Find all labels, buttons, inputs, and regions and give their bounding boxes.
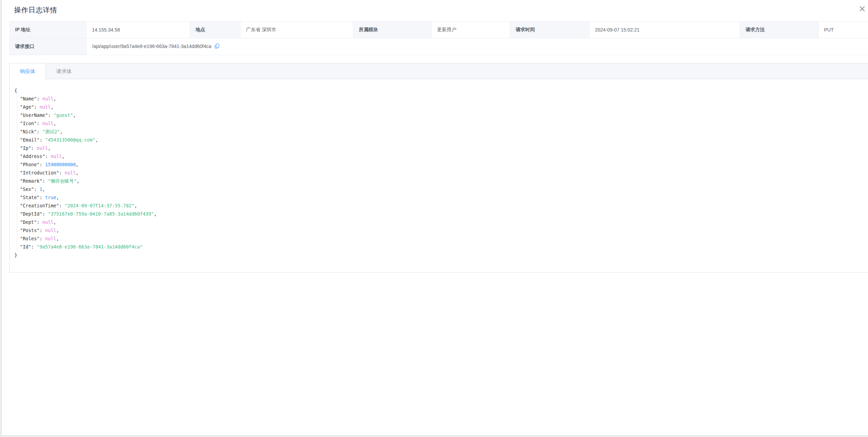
- tab-response-body[interactable]: 响应体: [10, 63, 46, 79]
- json-key: "UserName": [20, 112, 48, 118]
- json-value: "9a57a4e8-e196-663a-7841-3a14dd60f4ca": [37, 244, 143, 250]
- json-line: "UserName": "guest",: [14, 111, 868, 119]
- json-key: "Age": [20, 104, 34, 110]
- json-punct: ,: [56, 236, 59, 241]
- json-punct: [14, 203, 20, 208]
- log-detail-table: IP 地址 14.155.34.58 地点 广东省 深圳市 所属模块 更新用户 …: [9, 21, 868, 55]
- json-line: "CreationTime": "2024-09-07T14:37:55.782…: [14, 202, 868, 210]
- json-line: "DeptId": "375167e0-759a-0410-7a85-3a14d…: [14, 210, 868, 218]
- json-punct: [14, 195, 20, 200]
- json-punct: [14, 186, 20, 192]
- json-punct: ,: [54, 96, 56, 101]
- json-punct: {: [14, 88, 17, 93]
- label-ip: IP 地址: [10, 22, 86, 38]
- json-key: "Nick": [20, 129, 37, 134]
- json-key: "Roles": [20, 236, 39, 241]
- json-punct: [14, 129, 20, 134]
- label-request-time: 请求时间: [510, 22, 589, 38]
- json-punct: ,: [76, 162, 79, 167]
- json-value: null: [64, 170, 76, 175]
- json-value: null: [37, 145, 48, 151]
- body-tabs-card: 响应体 请求体 { "Name": null, "Age": null, "Us…: [9, 63, 868, 272]
- json-punct: ,: [60, 129, 63, 134]
- json-punct: [14, 228, 20, 233]
- json-key: "CreationTime": [20, 203, 59, 208]
- json-punct: [14, 137, 20, 143]
- json-line: "Id": "9a57a4e8-e196-663a-7841-3a14dd60f…: [14, 243, 868, 251]
- json-key: "Ip": [20, 145, 31, 151]
- json-punct: ,: [73, 112, 76, 118]
- json-value: null: [42, 121, 54, 126]
- tab-request-body[interactable]: 请求体: [46, 63, 82, 79]
- value-module: 更新用户: [432, 22, 510, 38]
- json-punct: [14, 162, 20, 167]
- json-punct: [14, 154, 20, 159]
- json-key: "DeptId": [20, 211, 42, 217]
- json-line: "Posts": null,: [14, 226, 868, 234]
- json-line: "Name": null,: [14, 95, 868, 103]
- json-punct: :: [34, 186, 39, 192]
- json-line: "Ip": null,: [14, 144, 868, 152]
- json-punct: :: [31, 244, 37, 250]
- json-value: "guest": [54, 112, 73, 118]
- json-key: "State": [20, 195, 39, 200]
- json-line: "Dept": null,: [14, 218, 868, 226]
- json-punct: :: [37, 121, 42, 126]
- json-key: "Introduction": [20, 170, 59, 175]
- json-punct: ,: [54, 121, 56, 126]
- close-icon[interactable]: ×: [858, 4, 866, 13]
- value-request-api: /api/app/user/9a57a4e8-e196-663a-7841-3a…: [86, 38, 868, 55]
- json-line: "Address": null,: [14, 152, 868, 160]
- json-punct: :: [48, 112, 54, 118]
- json-line: "Nick": "测试2",: [14, 128, 868, 136]
- json-value: true: [45, 195, 56, 200]
- json-value: "测试2": [42, 129, 60, 134]
- json-punct: ,: [48, 145, 51, 151]
- json-value: null: [51, 154, 62, 159]
- json-line: "Introduction": null,: [14, 169, 868, 177]
- value-location: 广东省 深圳市: [241, 22, 353, 38]
- json-punct: ,: [56, 228, 59, 233]
- value-request-method: PUT: [819, 22, 868, 38]
- json-punct: ,: [54, 219, 56, 225]
- json-line: "Icon": null,: [14, 119, 868, 128]
- page-background: { "dialog": { "title": "操作日志详情", "close_…: [0, 0, 868, 437]
- json-punct: [14, 244, 20, 250]
- json-line: }: [14, 251, 868, 259]
- json-line: "Roles": null,: [14, 234, 868, 243]
- json-line: "Remark": "懒得创账号",: [14, 177, 868, 185]
- label-module: 所属模块: [353, 22, 432, 38]
- json-punct: :: [34, 104, 39, 110]
- json-punct: :: [39, 195, 45, 200]
- json-punct: :: [39, 162, 45, 167]
- json-key: "Phone": [20, 162, 39, 167]
- json-punct: ,: [56, 195, 59, 200]
- json-line: "State": true,: [14, 193, 868, 202]
- page-title: 操作日志详情: [14, 5, 57, 15]
- table-row: IP 地址 14.155.34.58 地点 广东省 深圳市 所属模块 更新用户 …: [10, 22, 868, 38]
- json-viewer: { "Name": null, "Age": null, "UserName":…: [10, 79, 868, 259]
- json-punct: }: [14, 252, 17, 258]
- json-key: "Icon": [20, 121, 37, 126]
- json-punct: ,: [76, 170, 79, 175]
- copy-icon[interactable]: [214, 43, 220, 50]
- json-punct: :: [59, 170, 64, 175]
- json-value: "375167e0-759a-0410-7a85-3a14dd60f439": [48, 211, 154, 217]
- json-punct: [14, 219, 20, 225]
- json-punct: ,: [95, 137, 98, 143]
- json-value: null: [45, 236, 56, 241]
- json-value: "2024-09-07T14:37:55.782": [64, 203, 134, 208]
- json-key: "Email": [20, 137, 39, 143]
- json-value: "454313500@qq.com": [45, 137, 95, 143]
- json-punct: :: [37, 219, 42, 225]
- json-punct: [14, 121, 20, 126]
- json-punct: ,: [77, 178, 79, 184]
- json-punct: :: [39, 236, 45, 241]
- json-punct: :: [31, 145, 37, 151]
- json-value: null: [45, 228, 56, 233]
- json-punct: ,: [51, 104, 54, 110]
- json-punct: [14, 104, 20, 110]
- json-punct: ,: [154, 211, 156, 217]
- json-key: "Id": [20, 244, 31, 250]
- json-punct: [14, 178, 20, 184]
